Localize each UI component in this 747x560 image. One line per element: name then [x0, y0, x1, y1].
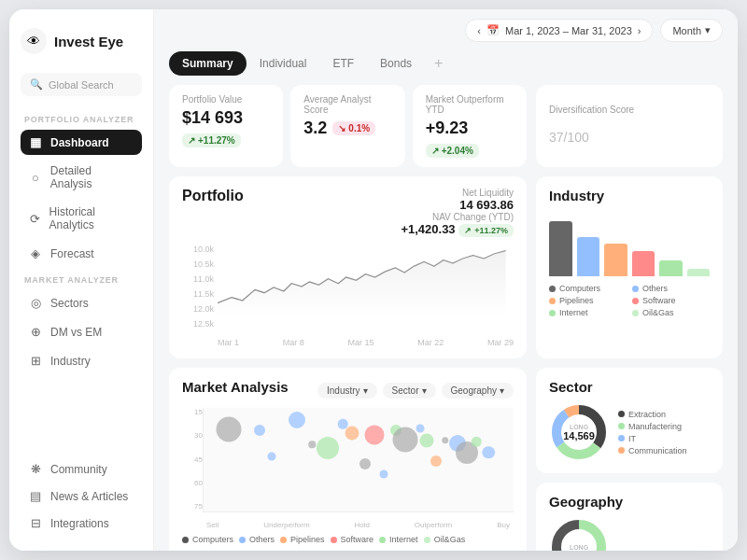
sidebar-item-forecast[interactable]: ◈ Forecast: [21, 241, 142, 266]
filter-geography-btn[interactable]: Geography ▾: [442, 383, 514, 399]
portfolio-change-badge: ↗ +11.27%: [182, 133, 241, 147]
sidebar-item-integrations-label: Integrations: [50, 517, 109, 530]
stats-row: Portfolio Value $14 693 ↗ +11.27% Averag…: [169, 85, 527, 167]
sidebar-item-news-label: News & Articles: [50, 490, 128, 503]
ind-bar-internet: [659, 260, 683, 277]
sidebar-item-community-label: Community: [50, 463, 107, 476]
sidebar-item-community[interactable]: ❋ Community: [21, 456, 142, 482]
tab-summary[interactable]: Summary: [169, 51, 247, 76]
market-legend-internet: Internet: [379, 535, 418, 544]
filter-industry-btn[interactable]: Industry ▾: [317, 383, 377, 399]
scatter-dot: [472, 437, 482, 447]
sector-center-value: 14,569: [563, 430, 595, 441]
sector-donut-legend: Extraction Manufactering IT Communicatio…: [618, 410, 687, 455]
dm-em-icon: ⊕: [28, 325, 43, 339]
date-range-btn[interactable]: ‹ 📅 Mar 1, 2023 – Mar 31, 2023 ›: [465, 19, 653, 42]
portfolio-chart-card: Portfolio Net Liquidity 14 693.86 NAV Ch…: [169, 176, 527, 358]
sidebar-item-dashboard[interactable]: ▦ Dashboard: [21, 130, 142, 155]
analyst-score-card: Average Analyst Score 3.2 ↘ 0.1%: [290, 85, 404, 167]
date-range-text: Mar 1, 2023 – Mar 31, 2023: [505, 25, 632, 36]
next-arrow-icon[interactable]: ›: [638, 25, 641, 36]
global-search-btn[interactable]: 🔍 Global Search: [21, 73, 142, 96]
sidebar-item-historical-label: Historical Analytics: [49, 205, 134, 231]
scatter-dot: [430, 455, 442, 467]
bottom-row: Market Analysis Industry ▾ Sector ▾ Geog…: [169, 368, 723, 551]
diversification-label: Diversification Score: [549, 105, 710, 115]
sidebar-item-dashboard-label: Dashboard: [50, 136, 109, 149]
trend-up-icon: ↗: [188, 135, 195, 146]
analyst-change-value: 0.1%: [348, 123, 370, 133]
sector-legend-it: IT: [618, 434, 687, 443]
sidebar-item-dm-em[interactable]: ⊕ DM vs EM: [21, 319, 142, 344]
market-analyzer-label: MARKET ANALYZER: [21, 270, 142, 287]
market-legend-oilgas: Oil&Gas: [424, 535, 466, 544]
scatter-dot: [359, 458, 371, 469]
chart-x-labels: Mar 1Mar 8Mar 15Mar 22Mar 29: [218, 338, 514, 347]
sidebar-item-historical[interactable]: ⟳ Historical Analytics: [21, 200, 142, 237]
portfolio-analyzer-label: PORTFOLIO ANALYZER: [21, 109, 142, 126]
industry-icon: ⊞: [28, 354, 43, 368]
sidebar-item-news[interactable]: ▤ News & Articles: [21, 483, 142, 509]
integrations-icon: ⊟: [28, 516, 43, 530]
market-legend-software: Software: [331, 535, 374, 544]
news-icon: ▤: [28, 489, 43, 503]
diversification-value: 37: [549, 130, 564, 145]
sidebar-item-detailed[interactable]: ○ Detailed Analysis: [21, 159, 142, 196]
app-logo: 👁 Invest Eye: [21, 24, 142, 58]
geography-donut-wrap: LONG: [549, 517, 710, 551]
portfolio-value-label: Portfolio Value: [182, 94, 270, 105]
scatter-x-labels: SellUnderperformHoldOutperformBuy: [203, 521, 514, 529]
filter-sector-btn[interactable]: Sector ▾: [383, 383, 436, 399]
portfolio-line-chart: [218, 245, 514, 316]
tab-bonds[interactable]: Bonds: [367, 51, 425, 76]
scatter-dot: [254, 425, 265, 436]
industry-bars: [549, 211, 710, 276]
analyst-score-label: Average Analyst Score: [303, 94, 391, 115]
portfolio-chart-header: Portfolio Net Liquidity 14 693.86 NAV Ch…: [182, 188, 514, 237]
scatter-dot: [268, 453, 276, 461]
portfolio-value-card: Portfolio Value $14 693 ↗ +11.27%: [169, 85, 283, 167]
market-outperform-label: Market Outperform YTD: [426, 94, 514, 115]
net-liquidity-value: 14 693.86: [401, 198, 514, 212]
industry-chart-card: Industry Computers Others Pipelines Soft…: [536, 176, 723, 358]
scatter-dot: [379, 469, 388, 478]
scatter-dot: [442, 437, 449, 444]
sectors-icon: ◎: [28, 296, 43, 310]
search-icon: 🔍: [30, 78, 43, 91]
trend-up-icon2: ↗: [431, 146, 439, 156]
dashboard-grid: Portfolio Value $14 693 ↗ +11.27% Averag…: [154, 85, 738, 551]
chevron-geography: ▾: [500, 385, 504, 396]
calendar-icon: 📅: [486, 24, 500, 36]
analyst-score-value: 3.2: [303, 119, 327, 138]
market-legend-pipelines: Pipelines: [280, 535, 325, 544]
scatter-dot: [420, 433, 434, 447]
scatter-dot: [308, 441, 316, 448]
market-legend-others: Others: [239, 535, 275, 544]
market-outperform-change: +2.04%: [442, 146, 473, 156]
app-name: Invest Eye: [54, 34, 123, 49]
portfolio-change-value: +11.27%: [198, 135, 235, 146]
sector-donut-wrap: LONG 14,569 Extraction Manufactering IT …: [549, 402, 710, 462]
ind-bar-pipelines: [604, 244, 627, 276]
legend-computers: Computers: [549, 284, 627, 293]
trend-down-icon: ↘: [338, 123, 345, 133]
tabs-bar: Summary Individual ETF Bonds +: [154, 51, 738, 85]
historical-icon: ⟳: [28, 212, 42, 226]
scatter-dot: [364, 425, 384, 444]
tab-individual[interactable]: Individual: [247, 51, 320, 76]
portfolio-metrics: Net Liquidity 14 693.86 NAV Change (YTD)…: [401, 188, 514, 237]
add-tab-btn[interactable]: +: [425, 51, 452, 76]
sidebar-item-sectors[interactable]: ◎ Sectors: [21, 290, 142, 315]
period-label: Month: [672, 25, 701, 36]
sidebar-item-industry[interactable]: ⊞ Industry: [21, 348, 142, 373]
dashboard-icon: ▦: [28, 135, 43, 149]
prev-arrow-icon[interactable]: ‹: [477, 25, 481, 36]
tab-etf[interactable]: ETF: [319, 51, 367, 76]
market-outperform-card: Market Outperform YTD +9.23 ↗ +2.04%: [413, 85, 527, 167]
market-legend: Computers Others Pipelines Software Inte…: [182, 535, 514, 544]
legend-internet: Internet: [549, 308, 627, 317]
sidebar-item-integrations[interactable]: ⊟ Integrations: [21, 511, 142, 536]
search-label: Global Search: [49, 79, 114, 91]
sidebar-item-industry-label: Industry: [50, 355, 91, 368]
month-selector-btn[interactable]: Month ▾: [660, 19, 723, 42]
